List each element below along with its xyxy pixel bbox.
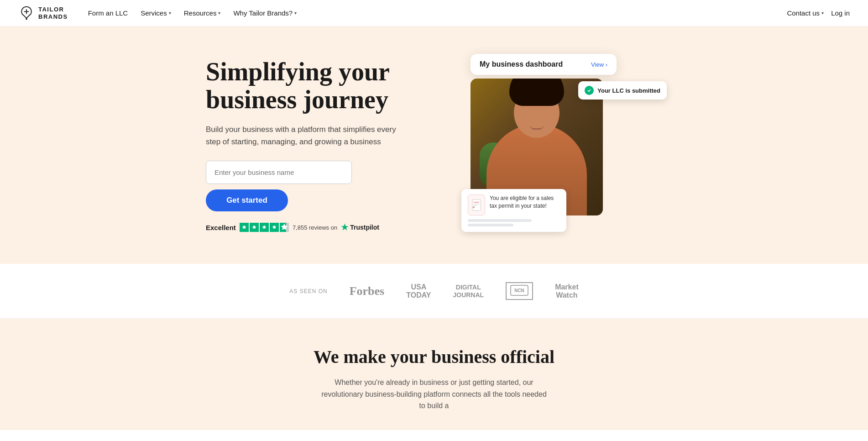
- svg-point-0: [26, 18, 27, 20]
- tax-permit-card: You are eligible for a sales tax permit …: [461, 189, 566, 232]
- submitted-badge-text: Your LLC is submitted: [597, 87, 660, 94]
- nav-right: Contact us ▾ Log in: [787, 9, 850, 17]
- dashboard-card: My business dashboard View ›: [471, 54, 617, 75]
- as-seen-label: AS SEEN ON: [289, 288, 327, 294]
- star-2: [250, 223, 259, 232]
- tax-document-icon: [468, 194, 485, 215]
- hero-visual: My business dashboard View › Your LLC is…: [471, 54, 662, 236]
- trustpilot-reviews: 7,855 reviews on: [293, 224, 337, 231]
- hero-section: Simplifying your business journey Build …: [0, 26, 868, 264]
- forbes-logo: Forbes: [350, 284, 385, 298]
- star-3: [260, 223, 269, 232]
- svg-point-5: [473, 206, 475, 208]
- dashboard-view-link[interactable]: View ›: [591, 61, 607, 68]
- svg-rect-1: [472, 200, 481, 210]
- contact-chevron-icon: ▾: [821, 10, 824, 16]
- trustpilot-row: Excellent 7,855 reviews on: [206, 222, 434, 232]
- trustpilot-logo: ★ Trustpilot: [341, 222, 379, 232]
- contact-link[interactable]: Contact us ▾: [787, 9, 824, 17]
- star-4: [270, 223, 279, 232]
- navbar: TAILOR BRANDS Form an LLC Services ▾ Res…: [0, 0, 868, 26]
- ncn-logo: NCN: [506, 282, 533, 300]
- get-started-button[interactable]: Get started: [206, 189, 288, 211]
- nav-link-form-llc[interactable]: Form an LLC: [83, 6, 134, 20]
- hero-form: Get started: [206, 161, 434, 211]
- trustpilot-star-icon: ★: [341, 222, 348, 232]
- as-seen-on-section: AS SEEN ON Forbes USATODAY DIGITALJOURNA…: [0, 264, 868, 319]
- tax-card-text: You are eligible for a sales tax permit …: [490, 194, 560, 210]
- resources-chevron-icon: ▾: [218, 10, 220, 16]
- svg-text:NCN: NCN: [514, 288, 524, 293]
- nav-link-resources[interactable]: Resources ▾: [178, 6, 226, 20]
- nav-link-why-tailor[interactable]: Why Tailor Brands? ▾: [228, 6, 302, 20]
- logo-text: TAILOR BRANDS: [38, 6, 68, 20]
- hero-content: Simplifying your business journey Build …: [206, 58, 434, 233]
- bottom-heading: We make your business official: [18, 346, 850, 368]
- trustpilot-stars: [240, 223, 289, 232]
- trustpilot-label: Trustpilot: [350, 224, 379, 231]
- logo-icon: [18, 5, 35, 21]
- hero-subtext: Build your business with a platform that…: [206, 123, 397, 148]
- star-1: [240, 223, 249, 232]
- usa-today-logo: USATODAY: [406, 283, 431, 299]
- hero-heading: Simplifying your business journey: [206, 58, 434, 114]
- logo[interactable]: TAILOR BRANDS: [18, 5, 68, 21]
- bottom-section: We make your business official Whether y…: [0, 319, 868, 430]
- login-link[interactable]: Log in: [831, 9, 850, 17]
- services-chevron-icon: ▾: [169, 10, 171, 16]
- why-tailor-chevron-icon: ▾: [294, 10, 297, 16]
- check-circle-icon: [585, 86, 594, 95]
- marketwatch-logo: MarketWatch: [555, 283, 579, 299]
- nav-link-services[interactable]: Services ▾: [135, 6, 177, 20]
- digital-journal-logo: DIGITALJOURNAL: [453, 284, 484, 299]
- bottom-subtext: Whether you're already in business or ju…: [320, 377, 548, 412]
- press-logos: Forbes USATODAY DIGITALJOURNAL NCN Marke…: [350, 282, 579, 300]
- star-5-half: [280, 223, 289, 232]
- llc-submitted-badge: Your LLC is submitted: [578, 81, 667, 100]
- business-name-input[interactable]: [206, 161, 352, 184]
- dashboard-title: My business dashboard: [480, 60, 563, 68]
- nav-links: Form an LLC Services ▾ Resources ▾ Why T…: [83, 6, 303, 20]
- trustpilot-excellent: Excellent: [206, 224, 236, 231]
- nav-left: TAILOR BRANDS Form an LLC Services ▾ Res…: [18, 5, 302, 21]
